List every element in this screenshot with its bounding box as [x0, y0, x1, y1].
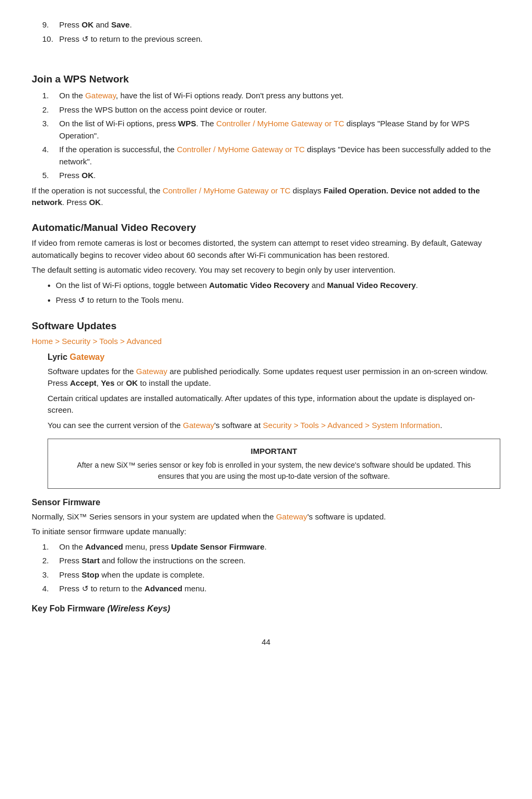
list-item: 9. Press OK and Save.	[32, 19, 500, 31]
auto-video-bullets: On the list of Wi-Fi options, toggle bet…	[32, 280, 500, 307]
gateway-link-sensor: Gateway	[276, 512, 307, 521]
important-text: After a new SiX™ series sensor or key fo…	[64, 460, 484, 482]
auto-video-section: Automatic/Manual Video Recovery If video…	[32, 220, 500, 307]
controller-link: Controller / MyHome Gateway or TC	[216, 119, 344, 128]
sensor-firmware-section: Sensor Firmware Normally, SiX™ Series se…	[32, 496, 500, 595]
list-item: 3. Press Stop when the update is complet…	[32, 569, 500, 581]
sw-para3: You can see the current version of the G…	[48, 420, 500, 432]
sw-para2: Certain critical updates are installed a…	[48, 393, 500, 416]
page-number: 44	[32, 636, 500, 648]
list-item: 10. Press ↺ to return to the previous sc…	[32, 33, 500, 45]
controller-link-2: Controller / MyHome Gateway or TC	[177, 145, 305, 154]
software-updates-heading: Software Updates	[32, 319, 500, 334]
sensor-para1: Normally, SiX™ Series sensors in your sy…	[32, 511, 500, 523]
bullet-item: Press ↺ to return to the Tools menu.	[48, 294, 500, 307]
important-box: IMPORTANT After a new SiX™ series sensor…	[48, 439, 500, 489]
auto-video-heading: Automatic/Manual Video Recovery	[32, 220, 500, 236]
list-item: 1. On the Gateway, have the list of Wi-F…	[32, 90, 500, 102]
sensor-firmware-heading: Sensor Firmware	[32, 496, 500, 509]
auto-video-para2: The default setting is automatic video r…	[32, 264, 500, 276]
auto-video-para1: If video from remote cameras is lost or …	[32, 237, 500, 261]
gateway-link-sw2: Gateway	[183, 421, 214, 430]
failure-text: If the operation is not successful, the …	[32, 185, 500, 209]
gateway-link: Gateway	[85, 91, 116, 100]
join-wps-heading: Join a WPS Network	[32, 72, 500, 87]
sensor-list: 1. On the Advanced menu, press Update Se…	[32, 541, 500, 595]
gateway-link-sw: Gateway	[136, 367, 167, 376]
lyric-gateway-link: Gateway	[70, 352, 105, 361]
bullet-item: On the list of Wi-Fi options, toggle bet…	[48, 280, 500, 292]
key-fob-section: Key Fob Firmware (Wireless Keys)	[32, 602, 500, 615]
important-title: IMPORTANT	[64, 445, 484, 458]
join-wps-section: Join a WPS Network 1. On the Gateway, ha…	[32, 72, 500, 209]
list-item: 2. Press Start and follow the instructio…	[32, 555, 500, 567]
list-item: 2. Press the WPS button on the access po…	[32, 104, 500, 116]
software-updates-body: Software updates for the Gateway are pub…	[32, 366, 500, 489]
join-wps-list: 1. On the Gateway, have the list of Wi-F…	[32, 90, 500, 182]
breadcrumb: Home > Security > Tools > Advanced	[32, 336, 500, 348]
sw-para1: Software updates for the Gateway are pub…	[48, 366, 500, 389]
intro-list: 9. Press OK and Save. 10. Press ↺ to ret…	[32, 19, 500, 45]
sensor-para2: To initiate sensor firmware update manua…	[32, 526, 500, 538]
key-fob-heading: Key Fob Firmware (Wireless Keys)	[32, 602, 500, 615]
software-updates-section: Software Updates Home > Security > Tools…	[32, 319, 500, 489]
list-item: 1. On the Advanced menu, press Update Se…	[32, 541, 500, 553]
lyric-heading: Lyric Gateway	[32, 351, 500, 364]
list-item: 4. Press ↺ to return to the Advanced men…	[32, 583, 500, 595]
list-item: 5. Press OK.	[32, 170, 500, 182]
sys-info-link: Security > Tools > Advanced > System Inf…	[263, 421, 440, 430]
list-item: 3. On the list of Wi-Fi options, press W…	[32, 118, 500, 142]
controller-link-3: Controller / MyHome Gateway or TC	[163, 186, 291, 195]
list-item: 4. If the operation is successful, the C…	[32, 144, 500, 168]
